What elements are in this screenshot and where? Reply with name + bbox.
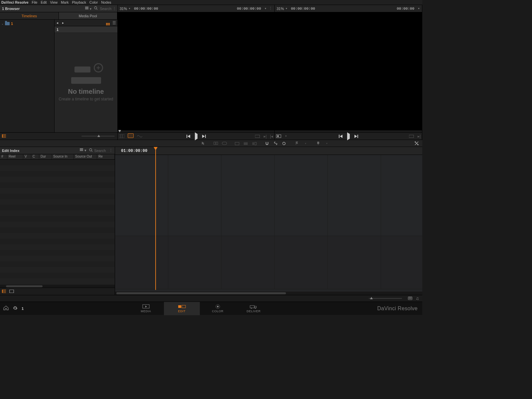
nav-back-icon[interactable]: ◂ — [57, 21, 58, 25]
audio-icon[interactable]: ♫ — [416, 296, 419, 301]
svg-rect-13 — [244, 142, 248, 145]
browser-search[interactable]: Search — [100, 7, 111, 11]
list-view-icon[interactable]: ☰ — [112, 21, 116, 25]
page-media[interactable]: MEDIA — [128, 302, 164, 315]
timeline-transport: ▼ ▸| — [275, 132, 422, 140]
tl-next-icon[interactable] — [354, 135, 358, 138]
src-out-icon[interactable]: |◂ — [270, 134, 273, 139]
menu-nodes[interactable]: Nodes — [101, 0, 111, 4]
col-dur[interactable]: Dur — [39, 154, 52, 159]
playhead[interactable] — [156, 147, 158, 150]
index-toggle-icon[interactable] — [2, 134, 6, 139]
flag-caret-icon[interactable]: ▼ — [302, 140, 309, 146]
src-mode-c-icon[interactable] — [137, 135, 142, 138]
menu-file[interactable]: File — [32, 0, 38, 4]
clip-row[interactable]: 1 — [55, 26, 117, 33]
menu-edit[interactable]: Edit — [41, 0, 47, 4]
ei-indent-icon[interactable] — [2, 290, 6, 294]
flag-icon[interactable] — [293, 140, 301, 146]
col-num[interactable]: # — [0, 154, 7, 159]
video-track[interactable] — [115, 155, 422, 236]
ei-search-icon[interactable] — [88, 148, 94, 153]
editindex-hscroll[interactable] — [0, 285, 115, 288]
folder-row[interactable]: ⌄ 1 — [1, 21, 53, 26]
src-mode-a-icon[interactable] — [119, 134, 124, 138]
thumb-size-slider[interactable] — [81, 136, 115, 137]
ei-search[interactable]: Search — [94, 149, 106, 153]
tl-caret-icon[interactable]: ▼ — [285, 135, 287, 138]
page-edit[interactable]: EDIT — [164, 302, 200, 315]
tab-timelines[interactable]: Timelines — [0, 12, 59, 19]
sort-icon[interactable]: ▾ — [84, 7, 93, 11]
ei-options-icon[interactable]: ⋮ — [107, 148, 115, 153]
zoom-caret-icon[interactable]: ▼ — [285, 7, 288, 10]
source-viewer-header: 31% ▼ 00:00:00:00 00:00:00:00 ▼ ⋮ — [118, 5, 274, 12]
menu-playback[interactable]: Playback — [72, 0, 86, 4]
dropdown-caret-icon[interactable]: ▼ — [418, 7, 420, 10]
src-zoom[interactable]: 31% — [120, 7, 127, 11]
svg-rect-11 — [222, 142, 227, 145]
zoom-caret-icon[interactable]: ▼ — [128, 7, 131, 10]
src-mode-b-icon[interactable] — [128, 133, 134, 139]
dropdown-caret-icon[interactable]: ▼ — [264, 7, 267, 10]
arrow-tool-icon[interactable] — [200, 140, 207, 146]
zoom-slider[interactable] — [369, 298, 402, 299]
col-v[interactable]: V — [23, 154, 31, 159]
keyboard-icon[interactable] — [408, 296, 412, 301]
src-options-icon[interactable]: ⋮ — [269, 6, 272, 11]
src-tc-left[interactable]: 00:00:00:00 — [134, 7, 158, 11]
src-prev-icon[interactable] — [187, 135, 190, 138]
page-color[interactable]: COLOR — [200, 302, 236, 315]
home-icon[interactable] — [3, 306, 9, 311]
fit-tool-icon[interactable] — [242, 140, 249, 146]
marker-caret-icon[interactable]: ▼ — [323, 140, 331, 146]
ei-sort-icon[interactable]: ▾ — [78, 148, 88, 153]
src-next-icon[interactable] — [202, 135, 206, 138]
tab-mediapool[interactable]: Media Pool — [59, 12, 118, 19]
source-viewport[interactable] — [118, 12, 274, 130]
browser-options-icon[interactable]: ⋮ — [111, 7, 117, 10]
overwrite-tool-icon[interactable] — [221, 140, 228, 146]
menu-view[interactable]: View — [50, 0, 58, 4]
tl-out-icon[interactable]: ▸| — [418, 134, 421, 139]
ei-film-icon[interactable] — [9, 290, 14, 294]
menu-mark[interactable]: Mark — [61, 0, 68, 4]
replace-tool-icon[interactable] — [233, 140, 241, 146]
tl-zoom[interactable]: 31% — [277, 7, 284, 11]
ripple-tool-icon[interactable] — [251, 140, 258, 146]
menu-color[interactable]: Color — [89, 0, 98, 4]
marker-icon[interactable] — [315, 140, 322, 146]
tl-tc-left[interactable]: 00:00:00:00 — [291, 7, 315, 11]
timeline-tracks[interactable] — [115, 155, 422, 292]
timeline-viewport[interactable] — [275, 12, 422, 130]
col-srcout[interactable]: Source Out — [74, 154, 97, 159]
col-re[interactable]: Re — [97, 154, 115, 159]
project-name[interactable]: 1 — [22, 307, 24, 311]
editindex-body[interactable] — [0, 160, 115, 285]
audio-track[interactable] — [115, 236, 422, 289]
tl-match-icon[interactable] — [409, 135, 414, 138]
search-icon[interactable] — [93, 6, 99, 11]
timeline-hscroll[interactable] — [115, 292, 422, 295]
tl-prev-icon[interactable] — [339, 135, 342, 138]
nav-fwd-icon[interactable]: ▸ — [62, 21, 64, 25]
tl-play-icon[interactable] — [347, 134, 350, 139]
tl-mode-icon[interactable] — [276, 134, 281, 138]
timeline-ruler[interactable]: 01:00:00:00 — [115, 147, 422, 155]
grid-view-icon[interactable] — [106, 20, 110, 25]
link-icon[interactable] — [272, 140, 279, 146]
col-reel[interactable]: Reel — [7, 154, 23, 159]
col-c[interactable]: C — [31, 154, 39, 159]
src-tc-right[interactable]: 00:00:00:00 — [237, 7, 261, 11]
tl-tc-right[interactable]: 00:00:00 — [397, 7, 414, 11]
gear-icon[interactable] — [13, 306, 18, 312]
page-deliver[interactable]: DELIVER — [236, 302, 272, 315]
src-match-icon[interactable] — [255, 135, 260, 138]
src-in-icon[interactable]: ▸| — [264, 134, 267, 139]
insert-tool-icon[interactable] — [212, 140, 219, 146]
col-srcin[interactable]: Source In — [52, 154, 74, 159]
snap-icon[interactable] — [263, 140, 271, 146]
src-play-icon[interactable] — [195, 134, 198, 139]
loop-icon[interactable] — [281, 140, 288, 146]
customize-icon[interactable] — [413, 140, 420, 146]
